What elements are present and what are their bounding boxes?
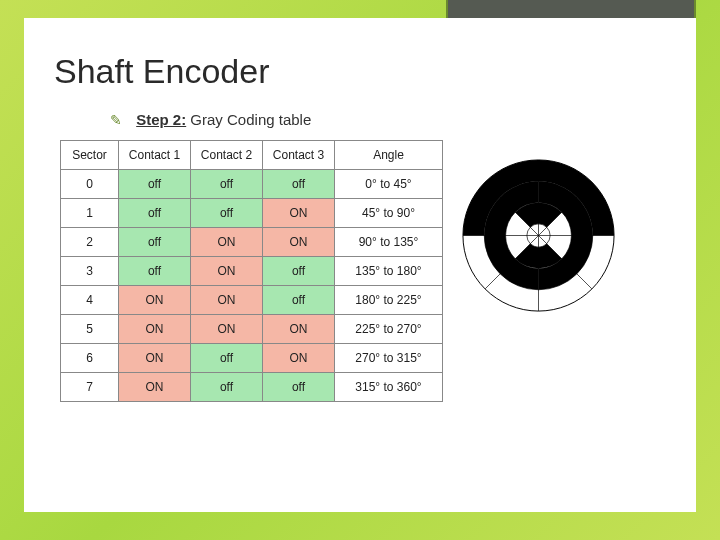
- cell-contact2: ON: [191, 315, 263, 344]
- cell-sector: 1: [61, 199, 119, 228]
- table-row: 4ONONoff180° to 225°: [61, 286, 443, 315]
- table-row: 7ONoffoff315° to 360°: [61, 373, 443, 402]
- cell-contact1: off: [119, 228, 191, 257]
- encoder-disk-icon: [461, 158, 616, 313]
- cell-sector: 4: [61, 286, 119, 315]
- th-contact3: Contact 3: [263, 141, 335, 170]
- cell-sector: 5: [61, 315, 119, 344]
- cell-contact2: off: [191, 373, 263, 402]
- cell-contact2: off: [191, 170, 263, 199]
- th-contact2: Contact 2: [191, 141, 263, 170]
- cell-angle: 225° to 270°: [335, 315, 443, 344]
- bullet-step2: Step 2: Gray Coding table: [110, 111, 670, 128]
- cell-angle: 45° to 90°: [335, 199, 443, 228]
- gray-coding-table: Sector Contact 1 Contact 2 Contact 3 Ang…: [60, 140, 443, 402]
- cell-contact2: ON: [191, 257, 263, 286]
- th-angle: Angle: [335, 141, 443, 170]
- table-row: 3offONoff135° to 180°: [61, 257, 443, 286]
- table-header-row: Sector Contact 1 Contact 2 Contact 3 Ang…: [61, 141, 443, 170]
- page-title: Shaft Encoder: [54, 52, 670, 91]
- cell-contact2: ON: [191, 286, 263, 315]
- th-contact1: Contact 1: [119, 141, 191, 170]
- cell-sector: 2: [61, 228, 119, 257]
- cell-sector: 3: [61, 257, 119, 286]
- cell-angle: 180° to 225°: [335, 286, 443, 315]
- cell-contact1: off: [119, 199, 191, 228]
- cell-contact3: off: [263, 373, 335, 402]
- cell-contact1: ON: [119, 286, 191, 315]
- cell-contact3: off: [263, 257, 335, 286]
- cell-contact3: off: [263, 170, 335, 199]
- cell-contact1: ON: [119, 373, 191, 402]
- cell-sector: 7: [61, 373, 119, 402]
- cell-contact2: off: [191, 344, 263, 373]
- cell-angle: 135° to 180°: [335, 257, 443, 286]
- cell-contact1: ON: [119, 315, 191, 344]
- cell-angle: 315° to 360°: [335, 373, 443, 402]
- cell-sector: 0: [61, 170, 119, 199]
- cell-contact3: ON: [263, 199, 335, 228]
- cell-angle: 270° to 315°: [335, 344, 443, 373]
- cell-contact3: ON: [263, 344, 335, 373]
- table-row: 6ONoffON270° to 315°: [61, 344, 443, 373]
- table-row: 2offONON90° to 135°: [61, 228, 443, 257]
- cell-contact3: ON: [263, 228, 335, 257]
- cell-angle: 90° to 135°: [335, 228, 443, 257]
- th-sector: Sector: [61, 141, 119, 170]
- cell-contact1: off: [119, 170, 191, 199]
- table-row: 0offoffoff0° to 45°: [61, 170, 443, 199]
- table-row: 1offoffON45° to 90°: [61, 199, 443, 228]
- cell-sector: 6: [61, 344, 119, 373]
- slide-content: Shaft Encoder Step 2: Gray Coding table …: [24, 18, 696, 512]
- cell-contact2: ON: [191, 228, 263, 257]
- bullet-rest: Gray Coding table: [186, 111, 311, 128]
- cell-angle: 0° to 45°: [335, 170, 443, 199]
- cell-contact1: ON: [119, 344, 191, 373]
- cell-contact3: off: [263, 286, 335, 315]
- cell-contact1: off: [119, 257, 191, 286]
- cell-contact3: ON: [263, 315, 335, 344]
- cell-contact2: off: [191, 199, 263, 228]
- table-row: 5ONONON225° to 270°: [61, 315, 443, 344]
- bullet-prefix: Step 2:: [136, 111, 186, 128]
